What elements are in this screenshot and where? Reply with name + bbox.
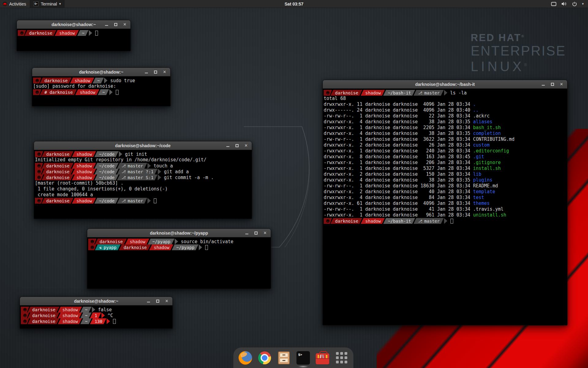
terminal-window-bashit: darknoise@shadow:~/bash-it✕darknoiseshad… [322, 80, 567, 325]
file-name: CONTRIBUTING.md [473, 136, 514, 142]
file-name: .gitignore [473, 160, 501, 165]
firefox-app-icon [239, 351, 252, 365]
powerline-segment-h: shadow [58, 307, 82, 312]
terminal-window-pyapp: darknoise@shadow:~/pyapp✕darknoiseshadow… [87, 228, 271, 289]
redhat-prompt-icon [35, 90, 39, 94]
minimize-button[interactable] [146, 299, 150, 303]
close-button[interactable]: ✕ [163, 70, 167, 74]
ls-output-line: -rw-rw-r--. 1 darknoise darknoise 18630 … [324, 183, 567, 189]
terminal-mini-icon: $> [33, 2, 39, 6]
maximize-button[interactable] [156, 299, 160, 303]
minimize-button[interactable] [104, 22, 108, 26]
titlebar[interactable]: darknoise@shadow:~/pyapp✕ [87, 229, 271, 237]
close-button[interactable]: ✕ [165, 299, 169, 303]
prompt-arrow [147, 198, 151, 204]
ls-output-line: drwxrwxr-x. 2 darknoise darknoise 26 Jan… [324, 142, 567, 148]
app-menu-label: Terminal [41, 2, 57, 6]
prompt-arrow [158, 174, 161, 180]
dock-firefox-icon[interactable] [238, 351, 252, 365]
ls-output-line: drwxrwxr-x. 4 darknoise darknoise 84 Jan… [324, 195, 567, 201]
terminal-output-line: create mode 100644 a [35, 192, 251, 198]
titlebar[interactable]: darknoise@shadow:~/bash-it✕ [323, 80, 567, 89]
file-name: aliases [473, 119, 492, 125]
titlebar[interactable]: darknoise@shadow:~/code✕ [34, 141, 252, 150]
window-buttons: ✕ [144, 70, 170, 74]
powerline-segment-d: ~ [77, 30, 88, 36]
powerline-segment-d: ~/code [94, 198, 119, 204]
terminal-content[interactable]: darknoiseshadow~/codegit initInitialized… [34, 150, 252, 219]
terminal-content[interactable]: darknoiseshadow~ [17, 29, 130, 51]
maximize-button[interactable] [254, 231, 258, 235]
close-button[interactable]: ✕ [244, 144, 248, 148]
powerline-segment-u: darknoise [95, 239, 127, 244]
redhat-icon [18, 30, 26, 36]
minimize-button[interactable] [144, 70, 148, 74]
chrome-app-icon [258, 351, 271, 364]
ls-output-line: drwxrwxr-x. 11 darknoise darknoise 4096 … [324, 102, 567, 107]
titlebar[interactable]: darknoise@shadow:~✕ [32, 68, 170, 76]
terminal-content[interactable]: darknoiseshadow~falsedarknoiseshadow~1^C… [20, 305, 172, 328]
ls-output-line: drwxrwxr-x. 61 darknoise darknoise 4096 … [324, 201, 567, 206]
redhat-icon [33, 89, 41, 95]
minimize-button[interactable] [245, 231, 249, 235]
display-icon[interactable] [551, 2, 556, 6]
power-icon[interactable] [572, 2, 577, 6]
powerline-segment-d: ~/bash-it [383, 218, 415, 224]
powerline-segment-u: darknoise [42, 174, 74, 180]
command-text: sudo true [110, 78, 135, 83]
maximize-button[interactable] [550, 82, 554, 86]
terminal-content[interactable]: darknoiseshadow~sudo true[sudo] password… [32, 76, 170, 106]
titlebar[interactable]: darknoise@shadow:~✕ [20, 297, 172, 305]
activities-button[interactable]: Activities [0, 0, 30, 8]
maximize-button[interactable] [235, 144, 239, 148]
prompt-line: darknoiseshadow~/code⎇master [35, 198, 251, 204]
file-name: .git [473, 154, 484, 159]
git-branch-icon: ⎇ [418, 91, 422, 95]
terminal-window-home-1: darknoise@shadow:~✕darknoiseshadow~ [17, 20, 131, 51]
file-name: themes [473, 201, 490, 206]
terminal-cursor [95, 31, 98, 36]
powerline-segment-h: shadow [72, 174, 96, 180]
powerline-segment-u: darknoise [28, 312, 59, 318]
volume-icon[interactable] [561, 2, 567, 6]
redhat-prompt-icon [37, 175, 41, 179]
clock[interactable]: Sat 03:57 [285, 2, 303, 6]
dock-files-icon[interactable] [277, 351, 291, 365]
terminal-app-icon: $> [296, 351, 310, 365]
dock-toolbox-icon[interactable] [315, 351, 330, 365]
window-buttons: ✕ [146, 299, 172, 303]
system-menu-chevron-icon[interactable]: ▾ [582, 2, 584, 6]
app-menu-terminal[interactable]: $> Terminal ▾ [30, 0, 64, 8]
prompt-line: darknoiseshadow~/code⎇master S:1git comm… [35, 174, 251, 180]
command-text: touch a [153, 163, 173, 169]
maximize-button[interactable] [153, 70, 157, 74]
dock-app-grid-icon[interactable] [335, 351, 349, 365]
redhat-icon [88, 239, 96, 244]
redhat-prompt-icon [37, 164, 41, 168]
maximize-button[interactable] [114, 22, 118, 26]
powerline-segment-d: ~/code [94, 151, 119, 157]
close-button[interactable]: ✕ [560, 82, 564, 86]
file-name: .ackrc [473, 113, 490, 119]
prompt-line: darknoiseshadow~/pyappsource bin/activat… [88, 239, 270, 244]
redhat-icon [33, 78, 41, 83]
minimize-button[interactable] [541, 82, 545, 86]
window-title: darknoise@shadow:~/bash-it [323, 82, 567, 87]
ls-output-line: drwxrwxr-x. 4 darknoise darknoise 38 Jan… [324, 119, 567, 125]
close-button[interactable]: ✕ [263, 231, 267, 235]
redhat-logo-icon [2, 2, 7, 6]
prompt-line: darknoiseshadow~1^C [21, 312, 172, 318]
terminal-content[interactable]: darknoiseshadow~/pyappsource bin/activat… [87, 237, 271, 289]
terminal-output-line: [sudo] password for darknoise: [33, 83, 170, 89]
powerline-segment-h: shadow [75, 89, 100, 95]
window-buttons: ✕ [104, 22, 130, 26]
terminal-content[interactable]: darknoiseshadow~/bash-it⎇masterls -latot… [323, 89, 567, 325]
file-name: install.sh [473, 166, 501, 171]
close-button[interactable]: ✕ [123, 22, 127, 26]
titlebar[interactable]: darknoise@shadow:~✕ [17, 20, 130, 29]
minimize-button[interactable] [226, 144, 230, 148]
brand-red-hat: RED HAT® [471, 32, 566, 44]
dock-terminal-icon[interactable]: $> [296, 351, 310, 365]
redhat-prompt-icon [37, 199, 41, 203]
dock-chrome-icon[interactable] [258, 351, 272, 365]
